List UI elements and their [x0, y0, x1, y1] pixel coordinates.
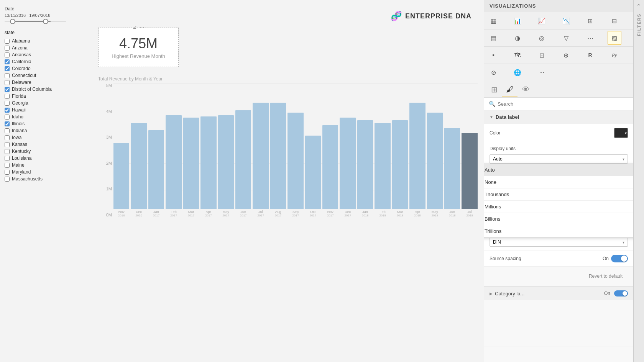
state-item-idaho[interactable]: Idaho [5, 113, 80, 120]
state-checkbox-arkansas[interactable] [5, 52, 10, 57]
state-checkbox-florida[interactable] [5, 94, 10, 99]
state-checkbox-district-of-columbia[interactable] [5, 87, 10, 92]
state-item-connecticut[interactable]: Connecticut [5, 72, 80, 79]
display-units-dropdown[interactable]: Auto ▾ [490, 154, 628, 164]
state-checkbox-iowa[interactable] [5, 135, 10, 140]
date-range-slider[interactable] [5, 21, 66, 22]
font-family-dropdown[interactable]: DIN ▾ [490, 238, 628, 247]
bar-col[interactable]: Dec2017 [340, 83, 355, 217]
bar-col[interactable]: Jun2017 [235, 83, 251, 217]
bar-col[interactable]: Sep2017 [288, 83, 303, 217]
bar-col[interactable]: Jul2017 [253, 83, 268, 217]
bar-col[interactable]: Aug2017 [270, 83, 286, 217]
option-billions[interactable]: Billions [484, 213, 633, 225]
more-options-icon[interactable]: ··· [140, 24, 144, 30]
state-checkbox-maine[interactable] [5, 163, 10, 168]
state-checkbox-delaware[interactable] [5, 80, 10, 85]
option-trillions[interactable]: Trillions [484, 225, 633, 238]
slider-thumb-right[interactable] [43, 19, 48, 24]
state-item-california[interactable]: California [5, 58, 80, 65]
state-checkbox-hawaii[interactable] [5, 108, 10, 113]
category-toggle[interactable] [614, 290, 628, 296]
state-item-alabama[interactable]: Alabama [5, 38, 80, 44]
state-item-arizona[interactable]: Arizona [5, 44, 80, 51]
state-item-delaware[interactable]: Delaware [5, 79, 80, 86]
bar-col[interactable]: Mar2018 [392, 83, 408, 217]
state-checkbox-illinois[interactable] [5, 121, 10, 126]
state-checkbox-massachusetts[interactable] [5, 177, 10, 182]
state-checkbox-colorado[interactable] [5, 66, 10, 71]
bar-col[interactable]: Nov2016 [113, 83, 129, 217]
viz-icon-r[interactable]: R [583, 48, 597, 62]
state-checkbox-maryland[interactable] [5, 170, 10, 175]
viz-icon-stacked[interactable]: ▤ [486, 31, 500, 45]
viz-icon-bar2[interactable]: 📊 [511, 14, 524, 28]
bar-col[interactable]: Feb2018 [375, 83, 390, 217]
category-label-section-header[interactable]: ▶ Category la... On [484, 286, 633, 300]
viz-icon-tree[interactable]: ⊡ [535, 48, 549, 62]
bar-col[interactable]: Jul2018 [462, 83, 477, 217]
viz-icon-map[interactable]: 🗺 [511, 48, 524, 62]
bar-col[interactable]: Jan2018 [357, 83, 373, 217]
viz-icon-extra3[interactable]: ··· [535, 66, 549, 79]
state-checkbox-alabama[interactable] [5, 39, 10, 44]
state-checkbox-georgia[interactable] [5, 101, 10, 106]
state-item-kentucky[interactable]: Kentucky [5, 148, 80, 155]
viz-icon-extra1[interactable]: ⊘ [486, 66, 500, 79]
state-checkbox-kansas[interactable] [5, 142, 10, 147]
bar-col[interactable]: Feb2017 [166, 83, 181, 217]
option-thousands[interactable]: Thousands [484, 188, 633, 201]
option-none[interactable]: None [484, 176, 633, 188]
viz-icon-active[interactable]: ▨ [608, 31, 621, 45]
search-input[interactable] [498, 101, 629, 107]
viz-icon-pie[interactable]: ◑ [511, 31, 524, 45]
state-checkbox-connecticut[interactable] [5, 73, 10, 78]
state-item-georgia[interactable]: Georgia [5, 100, 80, 106]
bar-col[interactable]: Apr2017 [200, 83, 216, 217]
state-item-district-of-columbia[interactable]: District of Columbia [5, 86, 80, 93]
toggle-track[interactable] [611, 255, 628, 262]
state-item-kansas[interactable]: Kansas [5, 141, 80, 148]
viz-icon-donut[interactable]: ◎ [535, 31, 549, 45]
bar-col[interactable]: Nov2017 [322, 83, 338, 217]
option-millions[interactable]: Millions [484, 201, 633, 213]
revert-button[interactable]: Revert to default [583, 270, 628, 282]
bar-col[interactable]: Mar2017 [183, 83, 199, 217]
data-label-section-header[interactable]: ▼ Data label [484, 110, 633, 124]
state-item-maine[interactable]: Maine [5, 162, 80, 169]
bar-col[interactable]: Apr2018 [409, 83, 425, 217]
state-checkbox-kentucky[interactable] [5, 149, 10, 154]
viz-icon-line[interactable]: 📈 [535, 14, 549, 28]
viz-icon-extra2[interactable]: 🌐 [511, 66, 524, 79]
state-checkbox-arizona[interactable] [5, 46, 10, 51]
state-item-florida[interactable]: Florida [5, 93, 80, 100]
state-checkbox-indiana[interactable] [5, 128, 10, 133]
state-item-indiana[interactable]: Indiana [5, 127, 80, 134]
viz-icon-bar[interactable]: ▦ [486, 14, 500, 28]
option-auto[interactable]: Auto [484, 164, 633, 176]
color-swatch[interactable]: ▾ [614, 128, 628, 138]
viz-icon-gauge[interactable]: ⊕ [559, 48, 573, 62]
slider-thumb-left[interactable] [10, 19, 15, 24]
bar-col[interactable]: Oct2017 [305, 83, 321, 217]
bar-col[interactable]: Jun2018 [444, 83, 460, 217]
state-checkbox-louisiana[interactable] [5, 156, 10, 161]
tab-analytics[interactable]: 👁 [518, 83, 534, 97]
bar-col[interactable]: Jan2017 [148, 83, 164, 217]
viz-icon-card[interactable]: ▪ [486, 48, 500, 62]
state-item-illinois[interactable]: Illinois [5, 120, 80, 127]
bar-col[interactable]: May2018 [427, 83, 443, 217]
state-item-colorado[interactable]: Colorado [5, 65, 80, 72]
state-item-maryland[interactable]: Maryland [5, 169, 80, 175]
state-item-massachusetts[interactable]: Massachusetts [5, 175, 80, 182]
filter-icon[interactable]: ⊿ [133, 24, 137, 30]
source-spacing-toggle[interactable]: On [603, 255, 628, 262]
tab-fields[interactable]: ⊞ [487, 83, 501, 97]
viz-icon-funnel[interactable]: ▽ [559, 31, 573, 45]
viz-icon-py[interactable]: Py [608, 48, 621, 62]
state-checkbox-california[interactable] [5, 59, 10, 64]
viz-icon-matrix[interactable]: ⊟ [608, 14, 621, 28]
state-item-louisiana[interactable]: Louisiana [5, 155, 80, 162]
bar-col[interactable]: Dec2016 [131, 83, 146, 217]
state-checkbox-idaho[interactable] [5, 115, 10, 120]
